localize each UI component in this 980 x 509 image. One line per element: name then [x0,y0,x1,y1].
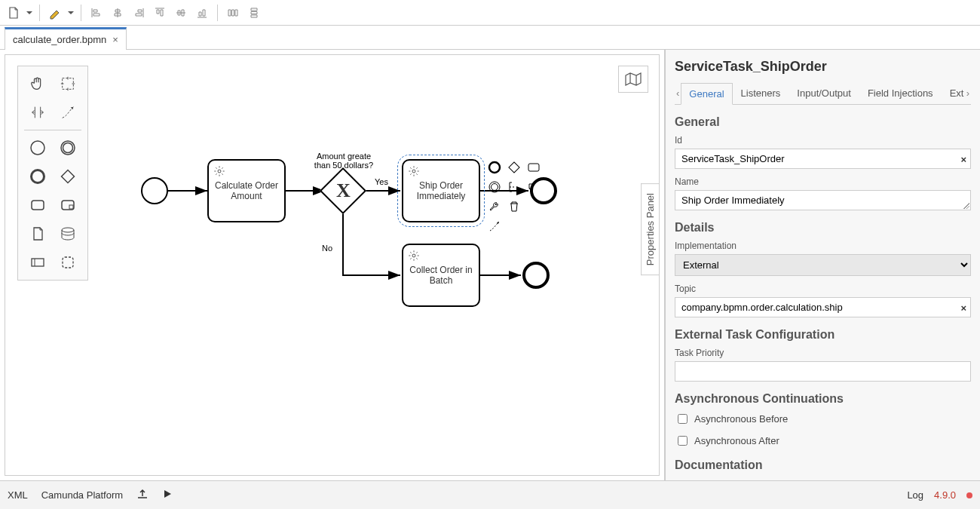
name-input[interactable] [675,190,971,210]
end-event-2[interactable] [522,262,550,289]
dropdown-caret-icon[interactable] [67,4,75,22]
svg-point-14 [489,162,500,173]
label-name: Name [675,176,971,187]
checkbox-label: Asynchronous After [694,435,779,446]
label-task-priority: Task Priority [675,348,971,358]
tab-listeners[interactable]: Listeners [733,82,789,104]
file-tabs: calculate_order.bpmn × [0,26,980,50]
group-details: Details [675,221,971,235]
svg-rect-15 [509,162,519,173]
task-priority-input[interactable] [675,361,971,382]
tab-field-injections[interactable]: Field Injections [859,82,942,104]
ctx-append-intermediate-icon[interactable] [486,179,503,195]
align-left-button[interactable] [87,4,106,22]
tab-extensions[interactable]: Extensions [942,82,965,104]
ctx-annotation-icon[interactable] [506,179,522,195]
topic-input[interactable] [675,297,971,317]
ctx-append-task-icon[interactable] [525,159,542,176]
chevron-right-icon[interactable]: › [965,87,971,99]
file-tab[interactable]: calculate_order.bpmn × [5,27,127,50]
ctx-append-gateway-icon[interactable] [506,159,522,176]
app-toolbar [0,0,980,26]
task-ship-order[interactable]: Ship Order Immediately [402,159,480,222]
version-label: 4.9.0 [934,489,956,501]
align-right-button[interactable] [130,4,148,22]
close-icon[interactable]: × [112,34,118,45]
properties-title: ServiceTask_ShipOrder [675,59,971,75]
update-indicator-icon [966,492,972,498]
task-label: Ship Order Immediately [408,180,474,201]
log-toggle[interactable]: Log [907,489,923,501]
ctx-delete-icon[interactable] [506,198,522,215]
clear-icon[interactable]: × [960,302,966,313]
ctx-wrench-icon[interactable] [486,198,503,215]
gateway-label: Amount greate than 50 dollars? [310,152,378,170]
run-icon[interactable] [162,489,173,501]
checkbox-input[interactable] [678,414,688,424]
dropdown-caret-icon[interactable] [26,4,33,22]
checkbox-input[interactable] [678,436,688,446]
task-label: Collect Order in Batch [408,265,474,286]
ctx-append-end-event-icon[interactable] [486,159,503,176]
implementation-select[interactable]: External [675,254,971,276]
svg-point-13 [412,170,415,173]
toolbar-separator [217,5,218,21]
task-collect-batch[interactable]: Collect Order in Batch [402,244,480,307]
service-task-icon [213,165,225,179]
clear-icon[interactable]: × [960,153,966,164]
deploy-icon[interactable] [136,488,149,502]
checkbox-label: Asynchronous Before [694,413,788,425]
resize-handle-icon[interactable] [963,203,969,209]
status-bar: XML Camunda Platform Log 4.9.0 [0,480,980,509]
group-external-task-config: External Task Configuration [675,328,971,342]
async-after-checkbox[interactable]: Asynchronous After [675,434,971,448]
bpmn-canvas[interactable]: Properties Panel Calc [5,54,660,476]
canvas-wrap: Properties Panel Calc [0,50,665,480]
align-top-button[interactable] [151,4,169,22]
align-middle-button[interactable] [172,4,190,22]
tab-input-output[interactable]: Input/Output [789,82,859,104]
toolbar-separator [81,5,81,21]
start-event[interactable] [141,177,168,204]
task-label: Calculate Order Amount [213,180,280,201]
svg-rect-16 [528,164,539,171]
properties-panel: ServiceTask_ShipOrder ‹ General Listener… [665,50,980,480]
align-bottom-button[interactable] [193,4,211,22]
distribute-h-button[interactable] [224,4,242,22]
chevron-left-icon[interactable]: ‹ [675,87,681,99]
group-documentation: Documentation [675,458,971,472]
main-area: Properties Panel Calc [0,50,980,480]
svg-point-12 [218,170,221,173]
flow-label-yes: Yes [375,177,388,186]
properties-tabs: ‹ General Listeners Input/Output Field I… [675,82,971,105]
label-topic: Topic [675,284,971,294]
marker-button[interactable] [46,4,64,22]
task-calculate-order[interactable]: Calculate Order Amount [207,159,286,222]
service-task-icon [408,165,420,179]
platform-label[interactable]: Camunda Platform [41,489,123,501]
xml-toggle[interactable]: XML [8,489,28,501]
label-id: Id [675,135,971,146]
tab-label: calculate_order.bpmn [13,34,106,45]
toolbar-separator [39,5,40,21]
distribute-v-button[interactable] [245,4,263,22]
align-center-h-button[interactable] [109,4,127,22]
flow-label-no: No [322,244,332,253]
diagram-connectors [5,55,654,476]
group-general: General [675,115,971,129]
svg-point-18 [492,184,498,191]
async-before-checkbox[interactable]: Asynchronous Before [675,412,971,426]
end-event-1[interactable] [530,177,557,204]
id-input[interactable] [675,149,971,169]
group-async: Asynchronous Continuations [675,392,971,406]
svg-point-19 [412,254,415,257]
tab-general[interactable]: General [681,83,732,105]
service-task-icon [408,250,420,264]
ctx-connect-icon[interactable] [486,218,503,235]
new-file-button[interactable] [5,4,23,22]
label-implementation: Implementation [675,241,971,251]
